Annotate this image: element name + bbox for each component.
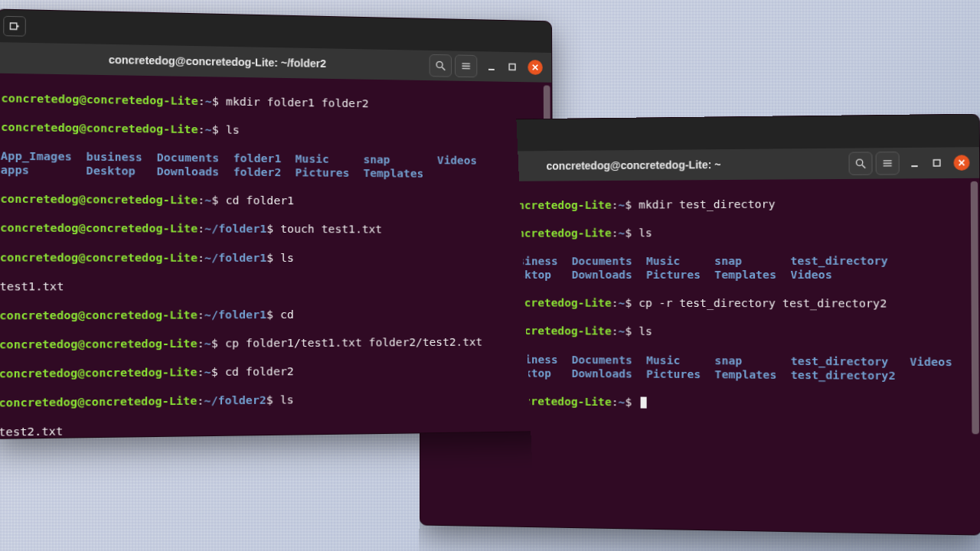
svg-point-4: [856, 159, 862, 165]
terminal-line: concretedog@concretedog-Lite:~$ ls: [425, 224, 975, 240]
svg-point-0: [436, 61, 443, 67]
menu-icon: [881, 157, 894, 169]
svg-line-5: [862, 165, 865, 168]
hamburger-menu-button[interactable]: [876, 152, 900, 175]
terminal-output: test1.txt: [0, 279, 548, 294]
window-title: concretedog@concretedog-Lite: ~/folder2: [3, 51, 426, 71]
cursor: [640, 397, 646, 409]
menu-icon: [460, 60, 472, 72]
new-tab-icon: [431, 130, 443, 142]
terminal-line: concretedog@concretedog-Lite:~$ cd folde…: [0, 192, 547, 210]
new-tab-icon: [8, 20, 21, 33]
maximize-button[interactable]: [507, 62, 518, 73]
scrollbar-thumb[interactable]: [971, 181, 979, 434]
header-bar: concretedog@concretedog-Lite: ~: [421, 147, 980, 182]
terminal-line: concretedog@concretedog-Lite:~$ mkdir fo…: [1, 91, 547, 113]
hamburger-menu-button[interactable]: [455, 54, 477, 77]
terminal-output: test2.txt: [0, 419, 548, 439]
terminal-line: concretedog@concretedog-Lite:~$ mkdir te…: [425, 196, 975, 213]
terminal-line: concretedog@concretedog-Lite:~/folder1$ …: [0, 221, 547, 237]
ls-output: App_ImagesbusinessDocumentsfolder1Musics…: [1, 148, 547, 182]
window-controls: [486, 59, 543, 75]
window-controls: [909, 155, 969, 171]
search-button[interactable]: [430, 54, 452, 77]
terminal-body[interactable]: concretedog@concretedog-Lite:~$ mkdir fo…: [0, 73, 554, 439]
minimize-icon: [487, 62, 496, 71]
maximize-icon: [508, 63, 517, 72]
minimize-button[interactable]: [909, 158, 920, 168]
ls-output: App_ImagesbusinessDocumentsMusicsnaptest…: [425, 253, 975, 282]
close-icon: [531, 64, 539, 71]
tab-bar: [421, 115, 979, 152]
window-title: concretedog@concretedog-Lite: ~: [426, 158, 845, 173]
terminal-line: concretedog@concretedog-Lite:~$ cp -r te…: [425, 296, 975, 311]
terminal-line: concretedog@concretedog-Lite:~/folder2$ …: [0, 390, 548, 410]
scrollbar[interactable]: [544, 84, 551, 429]
desktop-scene: concretedog@concretedog-Lite: ~/folder2 …: [0, 0, 980, 551]
svg-rect-7: [933, 160, 939, 166]
terminal-line: concretedog@concretedog-Lite:~$ ls: [1, 119, 547, 140]
terminal-line: concretedog@concretedog-Lite:~/folder1$ …: [0, 250, 548, 266]
svg-rect-3: [509, 64, 515, 70]
maximize-icon: [932, 158, 942, 168]
terminal-window-folder2[interactable]: concretedog@concretedog-Lite: ~/folder2 …: [0, 8, 554, 439]
terminal-line: concretedog@concretedog-Lite:~$ cd folde…: [0, 363, 548, 381]
terminal-line: concretedog@concretedog-Lite:~$ ls: [425, 324, 975, 340]
search-icon: [854, 158, 867, 170]
terminal-prompt[interactable]: concretedog@concretedog-Lite:~$: [425, 393, 976, 412]
minimize-button[interactable]: [486, 61, 497, 72]
search-button[interactable]: [848, 152, 872, 174]
terminal-line: concretedog@concretedog-Lite:~$ cp folde…: [0, 334, 548, 352]
scrollbar-thumb[interactable]: [544, 85, 551, 284]
minimize-icon: [910, 158, 920, 168]
close-button[interactable]: [528, 60, 542, 75]
terminal-window-home[interactable]: concretedog@concretedog-Lite: ~ concrete…: [420, 113, 980, 535]
terminal-line: concretedog@concretedog-Lite:~/folder1$ …: [0, 307, 548, 323]
maximize-button[interactable]: [931, 158, 942, 168]
svg-line-1: [442, 67, 445, 70]
search-icon: [435, 60, 447, 72]
terminal-body[interactable]: concretedog@concretedog-Lite:~$ mkdir te…: [420, 178, 980, 447]
new-tab-button[interactable]: [427, 126, 448, 146]
ls-output: App_ImagesbusinessDocumentsMusicsnaptest…: [425, 352, 976, 384]
close-button[interactable]: [954, 155, 970, 170]
new-tab-button[interactable]: [3, 16, 26, 37]
close-icon: [958, 159, 966, 167]
